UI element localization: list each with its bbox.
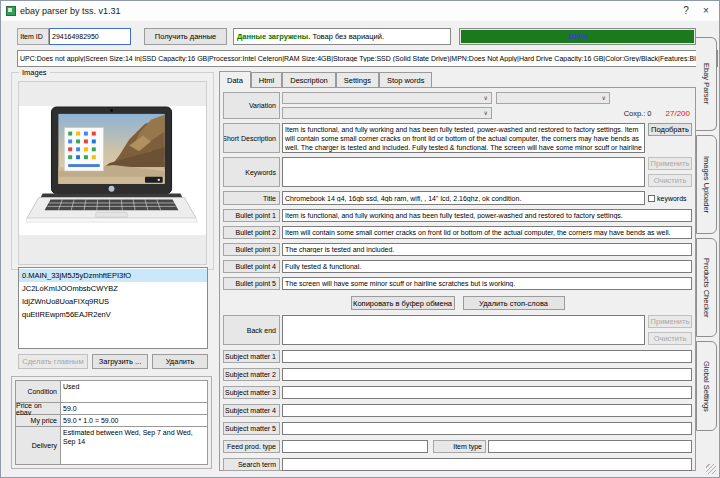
product-info-table: Condition Used Price on ebay 59.0 My pri… bbox=[15, 380, 208, 465]
laptop-photo-graphic bbox=[19, 106, 206, 232]
variation-dropdown-1[interactable]: ∨ bbox=[282, 92, 492, 104]
pick-button[interactable]: Подобрать bbox=[648, 123, 692, 136]
back-end-clear-button[interactable]: Очистить bbox=[648, 332, 692, 345]
subject-matter-2-input[interactable] bbox=[282, 368, 692, 381]
feed-prod-type-label: Feed prod. type bbox=[223, 440, 280, 453]
tab-data[interactable]: Data bbox=[219, 71, 251, 88]
tab-stop-words[interactable]: Stop words bbox=[379, 72, 433, 87]
variation-label: Variation bbox=[223, 92, 280, 119]
image-buttons: Сделать главным Загрузить ... Удалить bbox=[18, 354, 208, 369]
product-image bbox=[18, 81, 207, 265]
keywords-checkbox[interactable] bbox=[648, 195, 655, 202]
side-tab-products-checker[interactable]: Products Checker bbox=[696, 238, 717, 337]
my-price-label: My price bbox=[16, 415, 61, 426]
price-on-ebay-label: Price on ebay bbox=[16, 403, 61, 414]
delivery-value: Estimated between Wed, Sep 7 and Wed, Se… bbox=[61, 427, 207, 464]
keywords-clear-button[interactable]: Очистить bbox=[648, 174, 692, 187]
subject-matter-row: Subject matter 5 bbox=[223, 422, 692, 435]
back-end-label: Back end bbox=[223, 315, 280, 345]
side-tab-images-uploader[interactable]: Images Uploader bbox=[696, 135, 717, 234]
data-tab-page: Variation ∨ ∨ ∨ Сохр.: 0 27/200 Short De… bbox=[219, 87, 696, 471]
short-description-label: Short Description bbox=[223, 123, 280, 153]
load-image-button[interactable]: Загрузить ... bbox=[92, 354, 148, 369]
image-list-item[interactable]: IdjZWnUo8UoaFIXq9RUS bbox=[19, 295, 207, 308]
image-list-item[interactable]: quEtIREwpm56EAJR2enV bbox=[19, 308, 207, 321]
side-tab-global-settings[interactable]: Global Settings bbox=[696, 341, 717, 431]
keywords-label: Keywords bbox=[223, 157, 280, 187]
bullet-point-row: Bullet point 1 bbox=[223, 209, 692, 222]
subject-matter-1-label: Subject matter 1 bbox=[223, 350, 280, 363]
tab-html[interactable]: Html bbox=[251, 72, 282, 87]
keywords-input[interactable] bbox=[282, 157, 645, 187]
status-text: Товар без вариаций. bbox=[312, 32, 384, 41]
short-description-row: Short Description Item is functional, an… bbox=[223, 123, 692, 153]
bullet-point-1-label: Bullet point 1 bbox=[223, 209, 280, 222]
subject-matter-3-label: Subject matter 3 bbox=[223, 386, 280, 399]
item-type-input[interactable] bbox=[488, 440, 692, 453]
search-term-input[interactable] bbox=[282, 458, 692, 471]
delete-image-button[interactable]: Удалить bbox=[152, 354, 208, 369]
variation-dropdown-2[interactable]: ∨ bbox=[496, 92, 610, 104]
app-window: ebay parser by tss. v1.31 ? × Item ID По… bbox=[0, 0, 720, 478]
bullet-point-1-input[interactable] bbox=[282, 209, 692, 222]
feed-prod-type-input[interactable] bbox=[282, 440, 428, 453]
back-end-apply-button[interactable]: Применить bbox=[648, 315, 692, 328]
title-bar[interactable]: ebay parser by tss. v1.31 bbox=[1, 1, 719, 21]
subject-matter-3-input[interactable] bbox=[282, 386, 692, 399]
subject-matter-4-input[interactable] bbox=[282, 404, 692, 417]
item-id-input[interactable] bbox=[49, 28, 131, 45]
side-tab-ebay-parser[interactable]: Ebay Parser bbox=[696, 37, 717, 131]
copy-to-clipboard-button[interactable]: ^ Копировать в буфер обмена ^ bbox=[351, 296, 455, 310]
image-list-item[interactable]: 0.MAIN_33jM5J5yDzmhftEPI3fO bbox=[19, 269, 207, 282]
chevron-down-icon: ∨ bbox=[484, 95, 488, 101]
app-icon bbox=[6, 6, 16, 16]
subject-matter-1-input[interactable] bbox=[282, 350, 692, 363]
subject-matter-5-input[interactable] bbox=[282, 422, 692, 435]
tab-settings[interactable]: Settings bbox=[336, 72, 379, 87]
bullet-point-2-label: Bullet point 2 bbox=[223, 226, 280, 239]
keywords-apply-button[interactable]: Применить bbox=[648, 157, 692, 170]
condition-label: Condition bbox=[16, 381, 61, 402]
upc-row: UPC:Does not apply|Screen Size:14 in|SSD… bbox=[17, 50, 698, 67]
chevron-down-icon: ∨ bbox=[484, 110, 488, 116]
keywords-row: Keywords Применить Очистить bbox=[223, 157, 692, 187]
back-end-input[interactable] bbox=[282, 315, 645, 345]
title-label: Title bbox=[223, 191, 280, 205]
upc-value: UPC:Does not apply|Screen Size:14 in|SSD… bbox=[18, 55, 705, 62]
photo-letterbox-bottom bbox=[19, 235, 206, 264]
table-row: Delivery Estimated between Wed, Sep 7 an… bbox=[16, 427, 207, 464]
search-term-label: Search term bbox=[223, 458, 280, 471]
bullet-point-5-label: Bullet point 5 bbox=[223, 277, 280, 290]
get-data-button[interactable]: Получить данные bbox=[144, 28, 227, 45]
back-end-row: Back end Применить Очистить bbox=[223, 315, 692, 345]
window-title: ebay parser by tss. v1.31 bbox=[20, 6, 121, 16]
saved-counter: Сохр.: 0 bbox=[624, 109, 652, 118]
remove-stopwords-button[interactable]: Удалить стоп-слова bbox=[463, 296, 565, 310]
short-description-input[interactable]: Item is functional, and fully working an… bbox=[282, 123, 645, 153]
help-button[interactable]: ? bbox=[677, 2, 695, 19]
progress-text: 100% bbox=[460, 29, 695, 44]
price-on-ebay-value: 59.0 bbox=[61, 403, 207, 414]
upc-combobox[interactable]: UPC:Does not apply|Screen Size:14 in|SSD… bbox=[17, 50, 718, 67]
title-row: Title keywords bbox=[223, 191, 692, 205]
bullet-point-row: Bullet point 2 bbox=[223, 226, 692, 239]
bullet-point-2-input[interactable] bbox=[282, 226, 692, 239]
title-length-counter: 27/200 bbox=[666, 109, 690, 118]
bullet-point-3-input[interactable] bbox=[282, 243, 692, 256]
resize-grip[interactable] bbox=[706, 464, 716, 474]
image-list: 0.MAIN_33jM5J5yDzmhftEPI3fO JC2LoKmIJOOm… bbox=[18, 267, 208, 349]
delivery-label: Delivery bbox=[16, 427, 61, 464]
status-bold-text: Данные загружены. bbox=[237, 32, 310, 41]
title-input[interactable] bbox=[282, 191, 645, 205]
image-list-item[interactable]: JC2LoKmIJOOmbsbCWYBZ bbox=[19, 282, 207, 295]
feed-prod-type-row: Feed prod. type Item type bbox=[223, 440, 692, 453]
my-price-value: 59.0 * 1.0 = 59.00 bbox=[61, 415, 207, 426]
bullet-point-row: Bullet point 5 bbox=[223, 277, 692, 290]
bullet-point-4-input[interactable] bbox=[282, 260, 692, 273]
bullet-point-5-input[interactable] bbox=[282, 277, 692, 290]
variation-dropdown-3[interactable]: ∨ bbox=[282, 107, 492, 119]
tab-description[interactable]: Description bbox=[282, 72, 336, 87]
close-button[interactable]: × bbox=[697, 2, 715, 19]
make-main-button[interactable]: Сделать главным bbox=[18, 354, 88, 369]
item-id-label: Item ID bbox=[17, 28, 49, 45]
